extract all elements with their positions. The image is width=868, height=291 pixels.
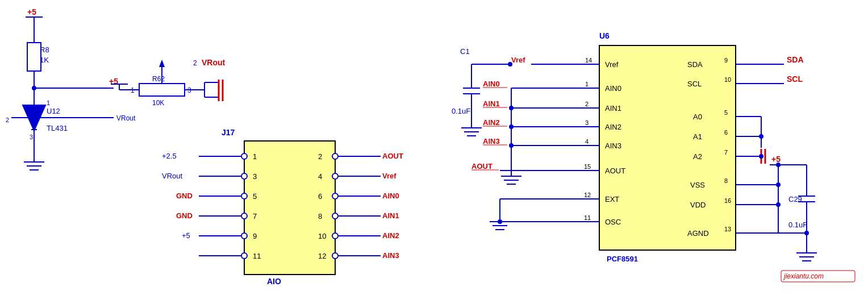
svg-point-80 bbox=[509, 124, 514, 129]
ic-pin-a2: A2 bbox=[693, 152, 702, 161]
u12-pin2: 2 bbox=[6, 117, 9, 123]
pin-num-11: 11 bbox=[584, 214, 591, 221]
ic-name: PCF8591 bbox=[607, 255, 638, 263]
net-ain3-j17: AIN3 bbox=[382, 251, 399, 260]
net-ain0-j17: AIN0 bbox=[382, 192, 399, 200]
net-ain0-ic: AIN0 bbox=[483, 80, 500, 88]
schematic-container: +5 R8 1K U12 2 3 TL431 1 bbox=[0, 0, 868, 291]
svg-point-38 bbox=[241, 213, 247, 219]
net-scl: SCL bbox=[787, 74, 803, 84]
ic-pin-a0: A0 bbox=[693, 113, 702, 121]
u12-label: U12 bbox=[47, 107, 60, 115]
j17-pin5: 5 bbox=[253, 192, 257, 201]
j17-pin7: 7 bbox=[253, 212, 257, 221]
pin-num-2: 2 bbox=[585, 101, 589, 107]
net-gnd1-j17: GND bbox=[176, 192, 193, 200]
svg-point-105 bbox=[759, 134, 763, 139]
net-vref-j17: Vref bbox=[382, 172, 397, 180]
ic-pin-ain1: AIN1 bbox=[605, 104, 621, 113]
r8-label: R8 bbox=[40, 45, 49, 54]
pin-num-7: 7 bbox=[724, 149, 728, 156]
ic-pin-sda: SDA bbox=[687, 60, 703, 69]
svg-rect-21 bbox=[139, 84, 185, 96]
net-sda: SDA bbox=[787, 55, 804, 64]
ic-pin-vref: Vref bbox=[605, 60, 619, 69]
u6-label: U6 bbox=[599, 31, 610, 40]
svg-point-46 bbox=[332, 173, 338, 179]
u12-pin1: 1 bbox=[47, 99, 50, 106]
r62-value: 10K bbox=[152, 99, 164, 107]
net-vrout-j17: VRout bbox=[162, 172, 183, 180]
j17-pin10: 10 bbox=[318, 232, 326, 240]
j17-pin1: 1 bbox=[253, 152, 257, 161]
net-vref-ic: Vref bbox=[511, 56, 525, 64]
net-plus5-j17: +5 bbox=[182, 231, 190, 240]
c1-value: 0.1uF bbox=[452, 107, 470, 115]
ic-pin-aout: AOUT bbox=[605, 167, 625, 175]
pin-num-10: 10 bbox=[724, 76, 731, 83]
pin-num-9: 9 bbox=[724, 57, 728, 64]
ic-pin-ext: EXT bbox=[605, 195, 619, 203]
pin-num-1: 1 bbox=[585, 81, 589, 88]
svg-point-79 bbox=[509, 106, 514, 110]
ic-pin-a1: A1 bbox=[693, 132, 702, 141]
pin-num-8: 8 bbox=[724, 177, 728, 184]
u12-type: TL431 bbox=[47, 124, 68, 132]
net-ain3-ic: AIN3 bbox=[483, 137, 500, 146]
ic-pin-osc: OSC bbox=[605, 218, 621, 226]
svg-point-34 bbox=[241, 173, 247, 179]
c29-value: 0.1uF bbox=[788, 221, 807, 229]
svg-point-121 bbox=[804, 231, 809, 235]
svg-point-32 bbox=[241, 153, 247, 159]
watermark: jiexiantu.com bbox=[783, 272, 824, 280]
vrout-net-left: VRout bbox=[116, 114, 136, 122]
net-ain1-ic: AIN1 bbox=[483, 99, 500, 108]
svg-point-112 bbox=[776, 202, 781, 207]
pin-num-3: 3 bbox=[585, 119, 589, 126]
pin-num-6: 6 bbox=[724, 129, 728, 136]
pin-num-14: 14 bbox=[585, 57, 592, 64]
net-aout-ic: AOUT bbox=[471, 162, 493, 171]
net-aout-j17: AOUT bbox=[382, 152, 403, 160]
pin-num-15: 15 bbox=[584, 163, 591, 170]
ic-pin-vdd: VDD bbox=[690, 201, 706, 209]
ic-pin-agnd: AGND bbox=[687, 229, 709, 238]
j17-pin2: 2 bbox=[318, 152, 322, 161]
j17-pin9: 9 bbox=[253, 232, 257, 240]
net-ain2-ic: AIN2 bbox=[483, 118, 500, 127]
svg-point-52 bbox=[332, 233, 338, 239]
pin-num-13: 13 bbox=[724, 226, 731, 232]
ic-pin-vss: VSS bbox=[690, 181, 705, 189]
svg-point-81 bbox=[509, 143, 514, 148]
r62-label: R62 bbox=[152, 75, 165, 83]
net-gnd2-j17: GND bbox=[176, 211, 193, 220]
svg-point-42 bbox=[241, 253, 247, 259]
ic-pin-scl: SCL bbox=[687, 80, 702, 88]
net-ain2-j17: AIN2 bbox=[382, 231, 399, 240]
j17-pin8: 8 bbox=[318, 212, 322, 221]
ic-pin-ain3: AIN3 bbox=[605, 142, 621, 150]
vcc-top-label: +5 bbox=[27, 7, 36, 16]
svg-point-36 bbox=[241, 193, 247, 199]
j17-label: J17 bbox=[222, 128, 235, 137]
svg-point-106 bbox=[759, 154, 763, 159]
net-ain1-j17: AIN1 bbox=[382, 211, 399, 220]
svg-point-50 bbox=[332, 213, 338, 219]
vrout-top: VRout bbox=[202, 58, 226, 67]
ic-pin-ain0: AIN0 bbox=[605, 84, 621, 93]
svg-rect-3 bbox=[27, 43, 41, 71]
j17-pin6: 6 bbox=[318, 192, 322, 201]
pin-num-5: 5 bbox=[724, 109, 728, 116]
vcc-right: +5 bbox=[771, 155, 781, 164]
j17-pin3: 3 bbox=[253, 172, 257, 181]
r8-value: 1K bbox=[40, 56, 49, 64]
pin-num-16: 16 bbox=[724, 197, 731, 204]
net-plus25: +2.5 bbox=[162, 152, 177, 160]
j17-pin11: 11 bbox=[253, 252, 261, 260]
c1-label: C1 bbox=[460, 47, 470, 56]
svg-point-60 bbox=[508, 62, 512, 66]
svg-point-119 bbox=[776, 163, 781, 167]
j17-pin12: 12 bbox=[318, 252, 326, 260]
pin-num-12: 12 bbox=[584, 192, 591, 198]
j17-sub-label: AIO bbox=[267, 277, 281, 286]
